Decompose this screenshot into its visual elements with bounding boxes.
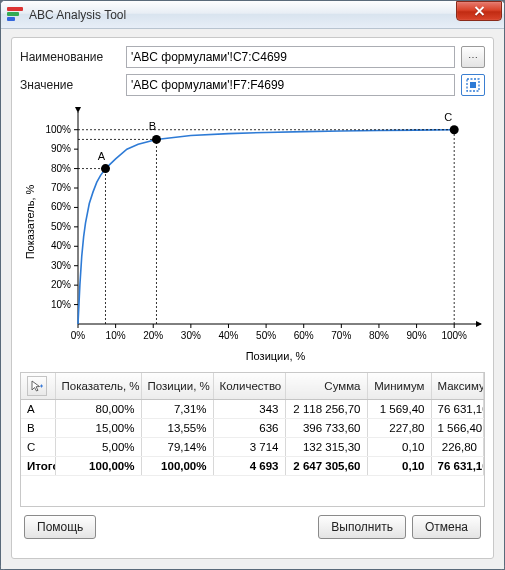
table-row[interactable]: B15,00%13,55%636396 733,60227,801 566,40 (21, 419, 484, 438)
table-row[interactable]: Итого100,00%100,00%4 6932 647 305,600,10… (21, 457, 484, 476)
svg-text:40%: 40% (51, 240, 71, 251)
col-max[interactable]: Максимум (431, 373, 484, 400)
cell: 7,31% (141, 400, 213, 419)
svg-text:90%: 90% (407, 330, 427, 341)
cell: 100,00% (55, 457, 141, 476)
selection-icon (466, 78, 480, 92)
dialog-footer: Помощь Выполнить Отмена (20, 507, 485, 541)
svg-point-54 (152, 135, 161, 144)
svg-text:60%: 60% (51, 201, 71, 212)
cell: 0,10 (367, 457, 431, 476)
row-category: Итого (21, 457, 55, 476)
svg-text:50%: 50% (256, 330, 276, 341)
cell: 3 714 (213, 438, 285, 457)
cell: 2 118 256,70 (285, 400, 367, 419)
results-table: Показатель, % Позиции, % Количество Сумм… (20, 372, 485, 507)
table-empty-area (21, 476, 484, 506)
app-window: ABC Analysis Tool Наименование ⋯ Значени… (0, 0, 505, 570)
cell: 76 631,10 (431, 400, 484, 419)
table-header-row: Показатель, % Позиции, % Количество Сумм… (21, 373, 484, 400)
svg-point-58 (450, 125, 459, 134)
cell: 226,80 (431, 438, 484, 457)
value-range-picker-button[interactable] (461, 74, 485, 96)
value-input[interactable] (126, 74, 455, 96)
close-button[interactable] (456, 1, 502, 21)
cell: 5,00% (55, 438, 141, 457)
name-row: Наименование ⋯ (20, 46, 485, 68)
svg-text:C: C (444, 111, 452, 123)
cursor-icon (30, 379, 44, 393)
svg-text:A: A (98, 150, 106, 162)
col-sum[interactable]: Сумма (285, 373, 367, 400)
svg-text:10%: 10% (51, 299, 71, 310)
corner-header[interactable] (21, 373, 55, 400)
content-area: Наименование ⋯ Значение 0%10%20%30%40%50… (1, 29, 504, 569)
svg-text:30%: 30% (51, 260, 71, 271)
cell: 1 566,40 (431, 419, 484, 438)
row-category: A (21, 400, 55, 419)
svg-text:20%: 20% (143, 330, 163, 341)
value-row: Значение (20, 74, 485, 96)
close-icon (474, 6, 485, 16)
svg-text:70%: 70% (51, 182, 71, 193)
svg-text:50%: 50% (51, 221, 71, 232)
pareto-chart: 0%10%20%30%40%50%60%70%80%90%100%10%20%3… (20, 106, 485, 364)
svg-text:10%: 10% (106, 330, 126, 341)
col-min[interactable]: Минимум (367, 373, 431, 400)
name-input[interactable] (126, 46, 455, 68)
svg-text:0%: 0% (71, 330, 86, 341)
window-title: ABC Analysis Tool (29, 8, 126, 22)
chart-svg: 0%10%20%30%40%50%60%70%80%90%100%10%20%3… (20, 106, 485, 364)
cell: 15,00% (55, 419, 141, 438)
value-label: Значение (20, 78, 120, 92)
svg-text:Показатель, %: Показатель, % (24, 184, 36, 259)
table-row[interactable]: C5,00%79,14%3 714132 315,300,10226,80 (21, 438, 484, 457)
cell: 4 693 (213, 457, 285, 476)
table-row[interactable]: A80,00%7,31%3432 118 256,701 569,4076 63… (21, 400, 484, 419)
row-category: B (21, 419, 55, 438)
svg-text:40%: 40% (218, 330, 238, 341)
svg-text:90%: 90% (51, 143, 71, 154)
svg-text:Позиции, %: Позиции, % (246, 350, 306, 362)
help-button[interactable]: Помощь (24, 515, 96, 539)
col-count[interactable]: Количество (213, 373, 285, 400)
svg-text:80%: 80% (369, 330, 389, 341)
svg-text:70%: 70% (331, 330, 351, 341)
svg-text:30%: 30% (181, 330, 201, 341)
cell: 80,00% (55, 400, 141, 419)
cell: 227,80 (367, 419, 431, 438)
cancel-button[interactable]: Отмена (412, 515, 481, 539)
svg-text:60%: 60% (294, 330, 314, 341)
cell: 396 733,60 (285, 419, 367, 438)
cell: 2 647 305,60 (285, 457, 367, 476)
ellipsis-icon: ⋯ (468, 52, 478, 63)
cell: 1 569,40 (367, 400, 431, 419)
name-label: Наименование (20, 50, 120, 64)
cell: 76 631,10 (431, 457, 484, 476)
col-positions[interactable]: Позиции, % (141, 373, 213, 400)
main-panel: Наименование ⋯ Значение 0%10%20%30%40%50… (11, 37, 494, 559)
cell: 132 315,30 (285, 438, 367, 457)
svg-text:20%: 20% (51, 279, 71, 290)
run-button[interactable]: Выполнить (318, 515, 406, 539)
svg-text:100%: 100% (45, 124, 71, 135)
svg-text:80%: 80% (51, 163, 71, 174)
svg-text:B: B (149, 120, 156, 132)
cell: 79,14% (141, 438, 213, 457)
col-indicator[interactable]: Показатель, % (55, 373, 141, 400)
cell: 13,55% (141, 419, 213, 438)
titlebar[interactable]: ABC Analysis Tool (1, 1, 504, 29)
cell: 100,00% (141, 457, 213, 476)
svg-text:100%: 100% (441, 330, 467, 341)
row-category: C (21, 438, 55, 457)
svg-point-50 (101, 164, 110, 173)
cell: 343 (213, 400, 285, 419)
cell: 636 (213, 419, 285, 438)
name-range-picker-button[interactable]: ⋯ (461, 46, 485, 68)
cell: 0,10 (367, 438, 431, 457)
app-icon (7, 7, 23, 23)
svg-rect-1 (470, 82, 476, 88)
